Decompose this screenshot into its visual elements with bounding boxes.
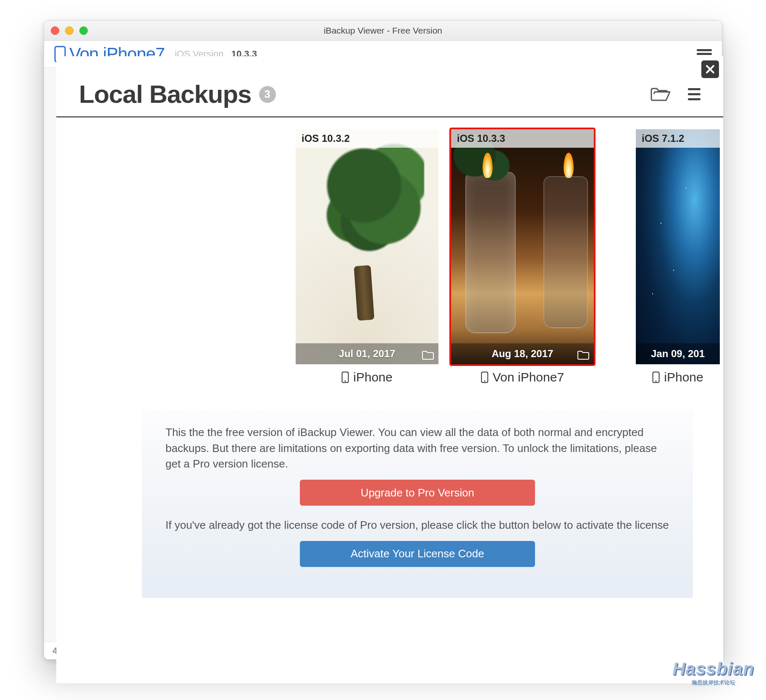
wallpaper-image	[636, 129, 720, 364]
phone-icon	[341, 371, 349, 383]
watermark-sub: 瀚思彼岸技术论坛	[672, 679, 754, 687]
wallpaper-image	[451, 129, 594, 364]
list-view-button[interactable]	[688, 88, 700, 100]
backup-ios-label: iOS 10.3.2	[296, 129, 438, 148]
backup-device-name: iPhone	[353, 370, 392, 384]
zoom-window-button[interactable]	[79, 26, 88, 35]
close-window-button[interactable]	[51, 26, 59, 35]
backup-date: Jan 09, 201	[651, 348, 705, 360]
backup-ios-label: iOS 10.3.3	[451, 129, 594, 148]
watermark-main: Hassbian	[672, 659, 754, 679]
folder-icon	[422, 350, 434, 360]
backup-count-badge: 3	[259, 86, 276, 103]
folder-open-icon	[650, 86, 671, 102]
backup-thumbnail: iOS 7.1.2 Jan 09, 201	[636, 129, 720, 364]
reveal-folder-button[interactable]	[422, 350, 434, 360]
backup-device-name: Von iPhone7	[493, 370, 564, 384]
backup-device-label: Von iPhone7	[481, 370, 564, 384]
backup-device-label: iPhone	[341, 370, 392, 384]
close-icon	[706, 65, 715, 74]
backup-date: Jul 01, 2017	[339, 348, 396, 360]
backup-card[interactable]: iOS 10.3.2 Jul 01, 2017 iPhone	[296, 129, 438, 384]
reveal-folder-button[interactable]	[577, 350, 590, 360]
upgrade-panel: This the the free version of iBackup Vie…	[142, 410, 693, 598]
upgrade-pro-button[interactable]: Upgrade to Pro Version	[300, 480, 535, 506]
svg-point-7	[656, 380, 657, 381]
svg-point-5	[484, 380, 485, 381]
upgrade-text-1: This the the free version of iBackup Vie…	[165, 425, 669, 472]
titlebar: iBackup Viewer - Free Version	[44, 21, 722, 41]
minimize-window-button[interactable]	[65, 26, 73, 35]
backup-thumbnail: iOS 10.3.3 Aug 18, 2017	[451, 129, 594, 364]
backup-card[interactable]: iOS 7.1.2 Jan 09, 201 iPhone	[606, 129, 723, 384]
modal-header: Local Backups 3	[56, 56, 723, 118]
traffic-lights	[51, 26, 88, 35]
backup-cards: iOS 10.3.2 Jul 01, 2017 iPhone	[56, 129, 723, 384]
backup-cards-scroller[interactable]: iOS 10.3.2 Jul 01, 2017 iPhone	[56, 118, 723, 384]
backup-device-label: iPhone	[652, 370, 703, 384]
backup-ios-label: iOS 7.1.2	[636, 129, 720, 148]
wallpaper-image	[296, 129, 438, 364]
close-modal-button[interactable]	[701, 60, 719, 78]
folder-icon	[577, 350, 590, 360]
header-actions	[650, 86, 700, 102]
phone-icon	[481, 371, 488, 383]
activate-license-button[interactable]: Activate Your License Code	[300, 541, 535, 567]
backup-card[interactable]: iOS 10.3.3 Aug 18, 2017 Von iPhone7	[451, 129, 594, 384]
backup-date: Aug 18, 2017	[492, 348, 554, 360]
backup-device-name: iPhone	[664, 370, 703, 384]
local-backups-modal: Local Backups 3 iOS 10.3.2 Jul 01, 2017	[56, 56, 723, 683]
open-folder-button[interactable]	[650, 86, 671, 102]
backup-thumbnail: iOS 10.3.2 Jul 01, 2017	[296, 129, 438, 364]
watermark: Hassbian 瀚思彼岸技术论坛	[672, 659, 754, 687]
modal-title: Local Backups	[79, 80, 252, 109]
phone-icon	[652, 371, 660, 383]
window-title: iBackup Viewer - Free Version	[44, 26, 722, 36]
upgrade-text-2: If you've already got the license code o…	[165, 517, 669, 533]
svg-point-3	[345, 380, 346, 381]
